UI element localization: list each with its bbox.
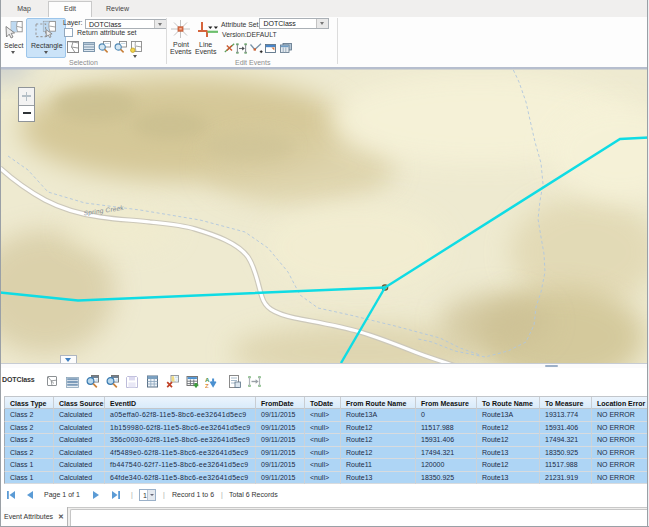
svg-text:Z: Z: [205, 382, 209, 389]
